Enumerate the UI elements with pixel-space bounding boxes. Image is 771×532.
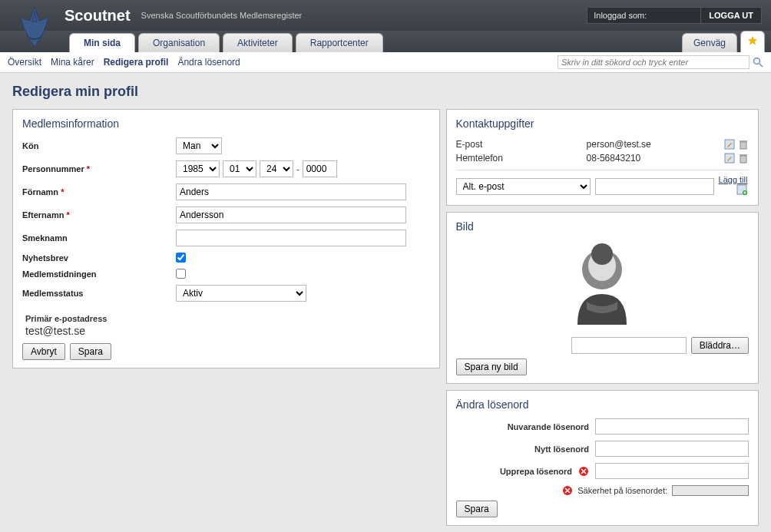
checkbox-nyhetsbrev[interactable] (176, 253, 186, 263)
label-smeknamn: Smeknamn (22, 233, 176, 243)
save-image-button[interactable]: Spara ny bild (456, 359, 527, 375)
password-title: Ändra lösenord (456, 398, 749, 411)
delete-icon[interactable] (738, 153, 749, 164)
contact-panel: Kontaktuppgifter E-post person@test.se H… (446, 109, 759, 206)
label-efternamn: Efternamn (22, 210, 64, 220)
favorite-tab[interactable] (740, 31, 765, 52)
strength-bar (672, 485, 749, 496)
bild-panel: Bild Bläddra… Spara ny bild (446, 212, 759, 384)
logged-in-label: Inloggad som: (587, 7, 700, 24)
subnav-mina-karer[interactable]: Mina kårer (51, 57, 94, 68)
password-panel: Ändra lösenord Nuvarande lösenord Nytt l… (446, 390, 759, 526)
save-pw-button[interactable]: Spara (456, 501, 498, 517)
error-icon (562, 485, 573, 496)
label-fornamn: Förnamn (22, 187, 58, 197)
avatar-placeholder (556, 240, 648, 332)
contact-label-epost: E-post (456, 139, 587, 150)
input-new-pw[interactable] (595, 441, 749, 457)
tab-aktiviteter[interactable]: Aktiviteter (223, 33, 293, 52)
contact-val-epost: person@test.se (587, 139, 721, 150)
label-primar-epost: Primär e-postadress (25, 314, 430, 323)
subnav-redigera-profil[interactable]: Redigera profil (104, 57, 169, 68)
contact-title: Kontaktuppgifter (456, 117, 749, 130)
shortcut-tab[interactable]: Genväg (682, 33, 737, 52)
label-new-pw: Nytt lösenord (534, 444, 589, 454)
input-pn-suffix[interactable] (303, 160, 337, 177)
select-kon[interactable]: Man (176, 137, 222, 154)
delete-icon[interactable] (738, 139, 749, 150)
member-info-panel: Medlemsinformation Kön Man Personnummer … (12, 109, 440, 368)
avbryt-button[interactable]: Avbryt (22, 343, 65, 360)
subnav-andra-losenord[interactable]: Ändra lösenord (177, 57, 240, 68)
error-icon (578, 466, 589, 477)
value-primar-epost: test@test.se (25, 325, 430, 337)
svg-line-1 (759, 64, 763, 67)
input-efternamn[interactable] (176, 207, 406, 223)
label-medlemsstatus: Medlemsstatus (22, 289, 176, 298)
label-medlemstidningen: Medlemstidningen (22, 269, 176, 279)
svg-rect-6 (740, 156, 746, 163)
add-contact-input[interactable] (595, 178, 714, 195)
contact-val-hemtelefon: 08-56843210 (587, 153, 721, 164)
checkbox-medlemstidningen[interactable] (176, 269, 186, 279)
tab-min-sida[interactable]: Min sida (69, 33, 135, 52)
label-current-pw: Nuvarande lösenord (508, 422, 589, 431)
input-current-pw[interactable] (595, 418, 749, 435)
add-contact-select[interactable]: Alt. e-post (456, 178, 591, 195)
add-contact-link[interactable]: Lägg till (719, 175, 748, 184)
browse-button[interactable]: Bläddra… (691, 337, 749, 354)
bild-title: Bild (456, 220, 749, 233)
subnav-oversikt[interactable]: Översikt (8, 57, 41, 68)
search-input[interactable] (558, 55, 749, 69)
svg-rect-7 (740, 154, 747, 156)
logout-button[interactable]: LOGGA UT (700, 7, 762, 24)
spara-button[interactable]: Spara (70, 343, 111, 360)
label-personnummer: Personnummer (22, 164, 84, 173)
app-title: Scoutnet (65, 7, 131, 25)
edit-icon[interactable] (724, 139, 735, 150)
input-smeknamn[interactable] (176, 230, 406, 246)
label-nyhetsbrev: Nyhetsbrev (22, 253, 176, 263)
search-icon[interactable] (753, 57, 763, 68)
tab-rapportcenter[interactable]: Rapportcenter (296, 33, 383, 52)
label-strength: Säkerhet på lösenordet: (577, 486, 667, 495)
select-pn-year[interactable]: 1985 (176, 160, 220, 177)
edit-icon[interactable] (724, 153, 735, 164)
scout-logo (12, 4, 58, 50)
label-repeat-pw: Upprepa lösenord (500, 467, 572, 476)
select-pn-month[interactable]: 01 (223, 160, 256, 177)
add-icon[interactable] (736, 184, 747, 195)
input-repeat-pw[interactable] (595, 463, 749, 479)
input-fornamn[interactable] (176, 183, 406, 200)
page-title: Redigera min profil (12, 84, 759, 100)
svg-point-0 (754, 58, 760, 64)
app-subtitle: Svenska Scoutförbundets Medlemsregister (141, 11, 303, 20)
bild-file-input[interactable] (571, 337, 687, 354)
member-info-title: Medlemsinformation (22, 117, 430, 130)
svg-rect-3 (740, 142, 746, 149)
select-pn-day[interactable]: 24 (260, 160, 293, 177)
select-medlemsstatus[interactable]: Aktiv (176, 285, 306, 302)
contact-label-hemtelefon: Hemtelefon (456, 153, 587, 164)
label-kon: Kön (22, 141, 176, 150)
tab-organisation[interactable]: Organisation (138, 33, 220, 52)
svg-point-12 (591, 243, 613, 265)
svg-rect-4 (740, 140, 747, 142)
star-icon (747, 35, 758, 46)
